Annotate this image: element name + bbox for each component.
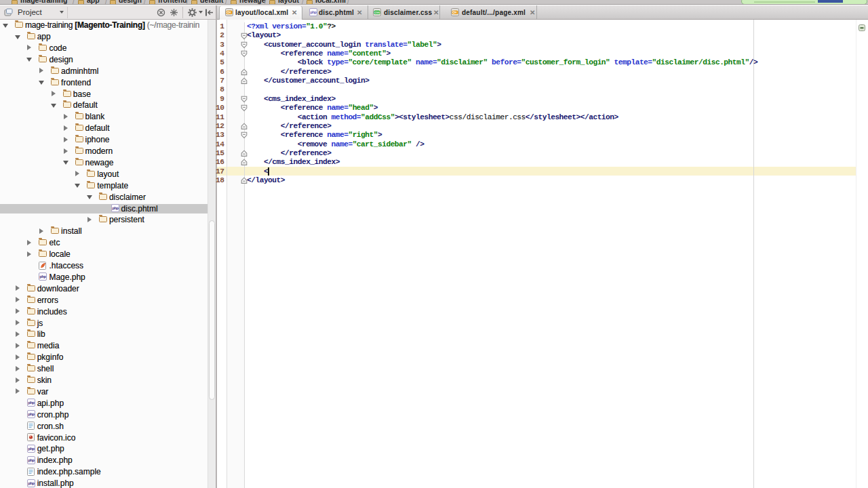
svg-text:php: php bbox=[28, 458, 35, 462]
svg-text:php: php bbox=[310, 10, 317, 14]
svg-text:php: php bbox=[28, 481, 35, 485]
svg-text:php: php bbox=[28, 412, 35, 416]
svg-text:php: php bbox=[28, 401, 35, 405]
svg-text:php: php bbox=[40, 275, 47, 279]
svg-text:css: css bbox=[374, 11, 380, 14]
svg-text:php: php bbox=[28, 447, 35, 451]
svg-text:php: php bbox=[112, 206, 119, 210]
